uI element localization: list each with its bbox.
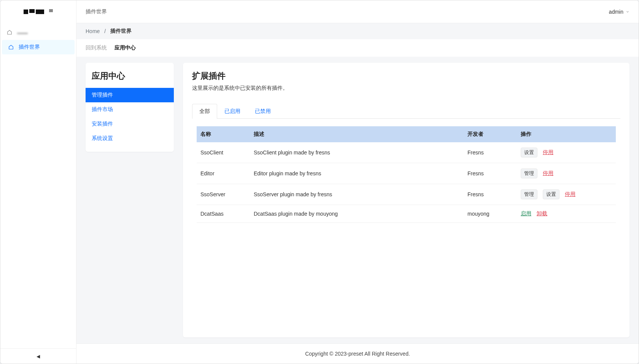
cell-desc: SsoClient plugin made by fresns — [250, 142, 464, 163]
aside-item-system-settings[interactable]: 系统设置 — [86, 131, 174, 146]
cell-name: SsoClient — [197, 142, 250, 163]
breadcrumb-home[interactable]: Home — [86, 28, 100, 34]
col-desc: 描述 — [250, 126, 464, 142]
home-icon — [6, 30, 13, 35]
cell-developer: mouyong — [464, 205, 517, 223]
cell-actions: 管理设置停用 — [517, 184, 616, 205]
cell-actions: 启用卸载 — [517, 205, 616, 223]
aside-item-manage-plugins[interactable]: 管理插件 — [86, 88, 174, 102]
aside-item-plugin-market[interactable]: 插件市场 — [86, 102, 174, 117]
aside-menu: 应用中心 管理插件 插件市场 安装插件 系统设置 — [86, 63, 174, 152]
col-actions: 操作 — [517, 126, 616, 142]
caret-left-icon: ◀ — [37, 354, 40, 359]
cell-name: Editor — [197, 163, 250, 184]
chevron-down-icon — [626, 10, 629, 14]
sidebar-collapse-button[interactable]: ◀ — [0, 348, 76, 364]
table-row: SsoClientSsoClient plugin made by fresns… — [197, 142, 616, 163]
uninstall-link[interactable]: 卸载 — [537, 210, 547, 217]
settings-button[interactable]: 设置 — [543, 189, 560, 199]
cell-developer: Fresns — [464, 142, 517, 163]
user-name: admin — [609, 9, 623, 15]
breadcrumb-current: 插件世界 — [110, 28, 132, 35]
col-name: 名称 — [197, 126, 250, 142]
cell-desc: Editor plugin made by fresns — [250, 163, 464, 184]
sub-navigation: 回到系统 应用中心 — [76, 39, 639, 57]
cell-name: DcatSaas — [197, 205, 250, 223]
back-to-system-link[interactable]: 回到系统 — [86, 45, 107, 51]
home-icon — [8, 45, 14, 50]
user-menu[interactable]: admin — [609, 9, 629, 15]
tab-disabled[interactable]: 已禁用 — [248, 104, 278, 119]
disable-link[interactable]: 停用 — [543, 149, 553, 156]
footer: Copyright © 2023-preset All Right Reserv… — [76, 343, 639, 364]
cell-desc: SsoServer plugin made by fresns — [250, 184, 464, 205]
left-sidebar: ▬▬ 插件世界 ◀ — [0, 0, 76, 364]
page-header-title: 插件世界 — [86, 8, 107, 15]
aside-title: 应用中心 — [86, 69, 174, 88]
main-panel: 扩展插件 这里展示的是系统中已安装的所有插件。 全部 已启用 已禁用 名称 描述 — [183, 63, 629, 337]
settings-button[interactable]: 设置 — [521, 148, 537, 157]
disable-link[interactable]: 停用 — [565, 191, 575, 198]
top-header: 插件世界 admin — [76, 0, 639, 23]
sidebar-item-plugin-world[interactable]: 插件世界 — [2, 40, 75, 54]
cell-actions: 设置停用 — [517, 142, 616, 163]
enable-link[interactable]: 启用 — [521, 210, 531, 217]
aside-item-install-plugin[interactable]: 安装插件 — [86, 117, 174, 131]
sidebar-nav: ▬▬ 插件世界 — [0, 23, 76, 55]
plugins-table: 名称 描述 开发者 操作 SsoClientSsoClient plugin m… — [197, 126, 616, 223]
col-developer: 开发者 — [464, 126, 517, 142]
breadcrumb-separator: / — [104, 28, 106, 34]
sidebar-item-label-plugin: 插件世界 — [19, 44, 40, 51]
logo — [0, 0, 76, 23]
manage-button[interactable]: 管理 — [521, 168, 537, 178]
table-row: EditorEditor plugin made by fresnsFresns… — [197, 163, 616, 184]
sidebar-item-home[interactable]: ▬▬ — [0, 25, 76, 39]
tab-enabled[interactable]: 已启用 — [217, 104, 248, 119]
manage-button[interactable]: 管理 — [521, 189, 537, 199]
cell-developer: Fresns — [464, 184, 517, 205]
disable-link[interactable]: 停用 — [543, 170, 553, 177]
panel-description: 这里展示的是系统中已安装的所有插件。 — [192, 85, 620, 92]
cell-actions: 管理停用 — [517, 163, 616, 184]
table-row: SsoServerSsoServer plugin made by fresns… — [197, 184, 616, 205]
cell-developer: Fresns — [464, 163, 517, 184]
tab-all[interactable]: 全部 — [192, 104, 217, 119]
cell-name: SsoServer — [197, 184, 250, 205]
table-row: DcatSaasDcatSaas plugin made by mouyongm… — [197, 205, 616, 223]
sidebar-item-label-home: ▬▬ — [17, 29, 28, 35]
panel-title: 扩展插件 — [192, 70, 620, 82]
cell-desc: DcatSaas plugin made by mouyong — [250, 205, 464, 223]
subnav-current: 应用中心 — [114, 45, 136, 51]
breadcrumb: Home / 插件世界 — [76, 23, 639, 39]
filter-tabs: 全部 已启用 已禁用 — [192, 104, 620, 119]
